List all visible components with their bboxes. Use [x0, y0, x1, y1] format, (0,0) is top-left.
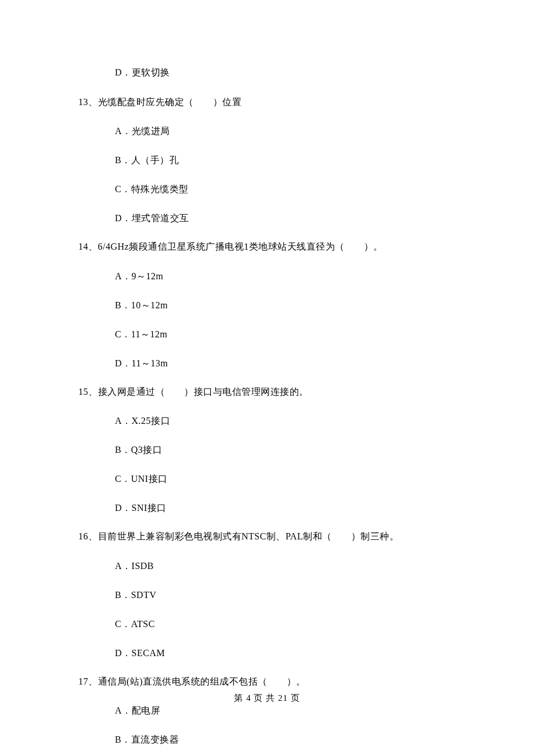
q16-option-a: A．ISDB [115, 560, 464, 573]
q14-option-d: D．11～13m [115, 358, 464, 370]
q14-option-b: B．10～12m [115, 300, 464, 312]
q14-option-a: A．9～12m [115, 271, 464, 283]
q13-option-c: C．特殊光缆类型 [115, 183, 464, 196]
question-17: 17、通信局(站)直流供电系统的组成不包括（ ）。 [78, 675, 464, 688]
question-13: 13、光缆配盘时应先确定（ ）位置 [78, 96, 464, 109]
q13-option-b: B．人（手）孔 [115, 154, 464, 167]
q15-option-c: C．UNI接口 [115, 473, 464, 485]
q14-option-c: C．11～12m [115, 329, 464, 341]
prev-question-option-d: D．更软切换 [115, 67, 464, 79]
page-footer: 第 4 页 共 21 页 [0, 693, 534, 704]
q15-option-a: A．X.25接口 [115, 415, 464, 427]
q13-option-a: A．光缆进局 [115, 125, 464, 138]
q17-option-b: B．直流变换器 [115, 734, 464, 746]
q15-option-b: B．Q3接口 [115, 444, 464, 456]
q16-option-c: C．ATSC [115, 618, 464, 631]
question-16: 16、目前世界上兼容制彩色电视制式有NTSC制、PAL制和（ ）制三种。 [78, 530, 464, 543]
q17-option-a: A．配电屏 [115, 705, 464, 717]
q16-option-d: D．SECAM [115, 647, 464, 660]
q13-option-d: D．埋式管道交互 [115, 213, 464, 225]
q15-option-d: D．SNI接口 [115, 502, 464, 514]
q16-option-b: B．SDTV [115, 589, 464, 602]
question-15: 15、接入网是通过（ ）接口与电信管理网连接的。 [78, 386, 464, 398]
question-14: 14、6/4GHz频段通信卫星系统广播电视1类地球站天线直径为（ ）。 [78, 240, 464, 253]
